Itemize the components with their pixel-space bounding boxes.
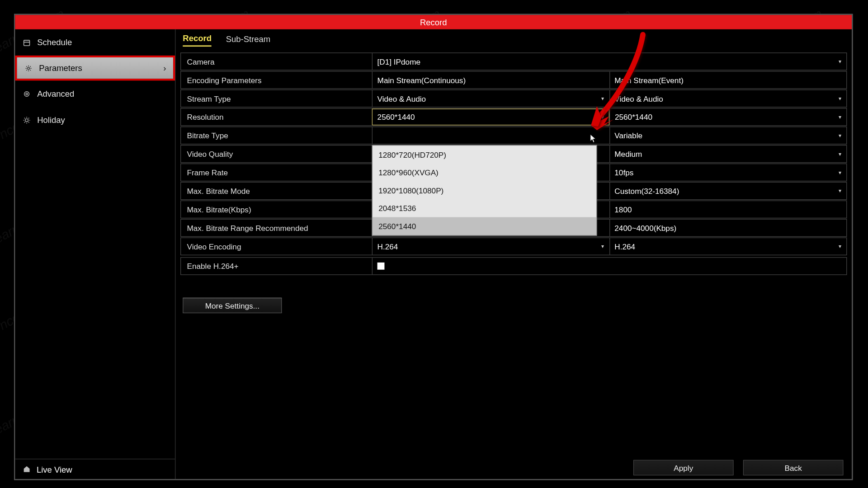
- label-encoding-parameters: Encoding Parameters: [181, 72, 372, 89]
- field-bitrate-type-event[interactable]: Variable: [609, 127, 846, 144]
- label-frame-rate: Frame Rate: [181, 164, 372, 181]
- sliders-icon: [22, 89, 31, 98]
- window-title: Record: [15, 15, 852, 29]
- field-frame-rate-event[interactable]: 10fps: [609, 164, 846, 181]
- field-max-bitrate-mode-event[interactable]: Custom(32-16384): [609, 183, 846, 199]
- checkbox-enable-h264plus[interactable]: [377, 263, 385, 270]
- field-camera[interactable]: [D1] IPdome: [372, 53, 846, 70]
- row-bitrate-type: Bitrate Type Variable: [180, 127, 847, 145]
- resolution-dropdown[interactable]: 1280*720(HD720P) 1280*960(XVGA) 1920*108…: [372, 145, 597, 236]
- row-enable-h264plus: Enable H.264+: [180, 257, 847, 275]
- tabs: Record Sub-Stream: [180, 31, 847, 49]
- row-resolution: Resolution 2560*1440 2560*1440: [180, 108, 847, 126]
- tab-record[interactable]: Record: [183, 33, 212, 47]
- resolution-option-0[interactable]: 1280*720(HD720P): [373, 145, 596, 164]
- svg-point-5: [25, 118, 28, 121]
- label-bitrate-type: Bitrate Type: [181, 127, 372, 144]
- field-video-encoding-continuous[interactable]: H.264: [372, 238, 609, 255]
- svg-rect-0: [24, 40, 30, 45]
- row-video-encoding: Video Encoding H.264 H.264: [180, 237, 847, 255]
- label-max-bitrate-range: Max. Bitrate Range Recommended: [181, 220, 372, 236]
- row-stream-type: Stream Type Video & Audio Video & Audio: [180, 89, 847, 108]
- main-panel: Record Sub-Stream Camera [D1] IPdome Enc…: [175, 29, 852, 479]
- form-area: Camera [D1] IPdome Encoding Parameters M…: [180, 52, 847, 313]
- field-max-bitrate-event[interactable]: 1800: [609, 201, 846, 218]
- field-max-bitrate-range-event: 2400~4000(Kbps): [609, 220, 846, 236]
- more-settings-button[interactable]: More Settings...: [183, 298, 282, 313]
- resolution-option-2[interactable]: 868*488(1080P): [373, 181, 596, 199]
- resolution-option-1[interactable]: 1280*960(XVGA): [373, 164, 596, 182]
- label-resolution: Resolution: [181, 108, 372, 125]
- sidebar-item-advanced[interactable]: Advanced: [15, 80, 175, 107]
- gear-icon: [24, 64, 33, 73]
- live-view-button[interactable]: Live View: [15, 459, 175, 479]
- main-window: Record Schedule Parameters: [14, 14, 853, 480]
- svg-point-2: [28, 67, 30, 69]
- sun-icon: [22, 116, 31, 125]
- calendar-icon: [22, 38, 31, 47]
- field-bitrate-type-continuous-hidden: [372, 127, 609, 144]
- tab-sub-stream[interactable]: Sub-Stream: [226, 34, 271, 46]
- field-stream-type-continuous[interactable]: Video & Audio: [372, 90, 609, 107]
- sidebar-item-parameters[interactable]: Parameters ›: [15, 56, 175, 80]
- row-camera: Camera [D1] IPdome: [180, 52, 847, 70]
- sidebar-item-label: Schedule: [37, 38, 72, 47]
- label-video-encoding: Video Encoding: [181, 238, 372, 255]
- sidebar-item-schedule[interactable]: Schedule: [15, 29, 175, 56]
- back-button[interactable]: Back: [743, 460, 844, 475]
- chevron-right-icon: ›: [163, 63, 166, 73]
- label-camera: Camera: [181, 53, 372, 70]
- field-stream-type-event[interactable]: Video & Audio: [609, 90, 846, 107]
- live-view-label: Live View: [37, 465, 72, 474]
- apply-button[interactable]: Apply: [633, 460, 734, 475]
- field-video-quality-event[interactable]: Medium: [609, 145, 846, 162]
- field-resolution-continuous[interactable]: 2560*1440: [372, 108, 609, 125]
- home-icon: [22, 465, 31, 474]
- sidebar-item-holiday[interactable]: Holiday: [15, 107, 175, 133]
- field-video-encoding-event[interactable]: H.264: [609, 238, 846, 255]
- sidebar-item-label: Holiday: [37, 115, 65, 125]
- field-enable-h264plus[interactable]: [372, 258, 846, 274]
- footer-buttons: Apply Back: [633, 460, 844, 475]
- sidebar-item-label: Advanced: [37, 89, 74, 99]
- sidebar-item-label: Parameters: [39, 63, 82, 73]
- header-main-stream-continuous: Main Stream(Continuous): [372, 72, 609, 89]
- svg-point-4: [26, 93, 28, 94]
- window-title-text: Record: [420, 17, 447, 27]
- row-encoding-parameters: Encoding Parameters Main Stream(Continuo…: [180, 71, 847, 89]
- label-max-bitrate-mode: Max. Bitrate Mode: [181, 183, 372, 199]
- field-resolution-event[interactable]: 2560*1440: [609, 108, 846, 125]
- label-video-quality: Video Quality: [181, 145, 372, 162]
- label-enable-h264plus: Enable H.264+: [181, 258, 372, 274]
- label-stream-type: Stream Type: [181, 90, 372, 107]
- resolution-option-4[interactable]: 2560*1440: [373, 217, 596, 235]
- sidebar: Schedule Parameters › Advanced: [15, 29, 175, 479]
- svg-point-3: [24, 91, 29, 96]
- resolution-option-3[interactable]: 2048*1536: [373, 199, 596, 217]
- header-main-stream-event: Main Stream(Event): [609, 72, 846, 89]
- label-max-bitrate: Max. Bitrate(Kbps): [181, 201, 372, 218]
